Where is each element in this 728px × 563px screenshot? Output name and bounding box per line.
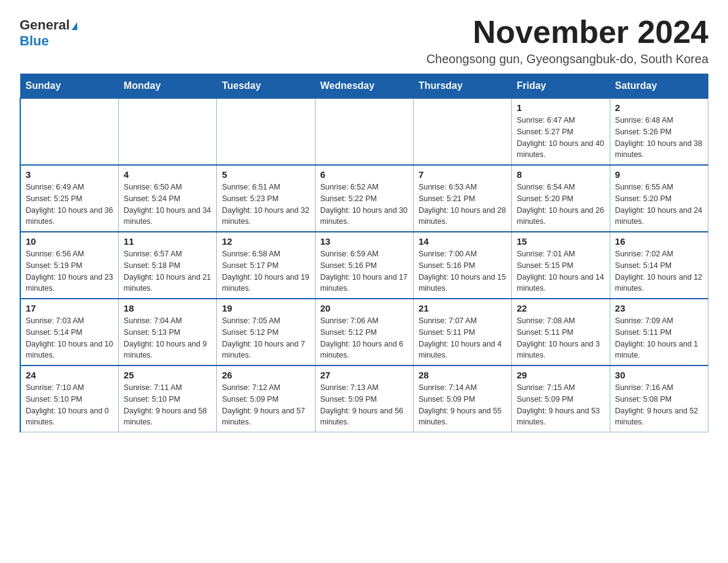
day-info: Sunrise: 7:09 AM Sunset: 5:11 PM Dayligh… — [615, 316, 699, 359]
day-info: Sunrise: 7:01 AM Sunset: 5:15 PM Dayligh… — [517, 250, 604, 293]
calendar-week-1: 1Sunrise: 6:47 AM Sunset: 5:27 PM Daylig… — [20, 98, 708, 165]
day-info: Sunrise: 6:52 AM Sunset: 5:22 PM Dayligh… — [320, 183, 408, 226]
day-info: Sunrise: 6:57 AM Sunset: 5:18 PM Dayligh… — [124, 250, 211, 293]
day-info: Sunrise: 6:59 AM Sunset: 5:16 PM Dayligh… — [320, 250, 408, 293]
calendar-cell: 4Sunrise: 6:50 AM Sunset: 5:24 PM Daylig… — [118, 165, 216, 232]
logo-general-text: General — [20, 17, 70, 33]
calendar-cell: 25Sunrise: 7:11 AM Sunset: 5:10 PM Dayli… — [118, 366, 216, 432]
day-number: 15 — [517, 236, 604, 247]
day-info: Sunrise: 7:12 AM Sunset: 5:09 PM Dayligh… — [222, 383, 305, 426]
calendar-cell: 20Sunrise: 7:06 AM Sunset: 5:12 PM Dayli… — [315, 299, 413, 366]
day-info: Sunrise: 7:16 AM Sunset: 5:08 PM Dayligh… — [615, 383, 699, 426]
day-number: 6 — [320, 169, 408, 180]
calendar-cell — [315, 98, 413, 165]
day-info: Sunrise: 6:58 AM Sunset: 5:17 PM Dayligh… — [222, 250, 309, 293]
day-number: 21 — [419, 303, 506, 313]
weekday-header-saturday: Saturday — [610, 74, 708, 99]
day-info: Sunrise: 7:03 AM Sunset: 5:14 PM Dayligh… — [26, 316, 113, 359]
calendar-cell: 16Sunrise: 7:02 AM Sunset: 5:14 PM Dayli… — [610, 232, 708, 299]
day-number: 13 — [320, 236, 408, 247]
day-number: 28 — [419, 370, 506, 380]
calendar-week-5: 24Sunrise: 7:10 AM Sunset: 5:10 PM Dayli… — [20, 366, 708, 432]
day-number: 11 — [124, 236, 211, 247]
day-number: 29 — [517, 370, 604, 380]
day-number: 9 — [615, 169, 703, 180]
calendar-cell: 7Sunrise: 6:53 AM Sunset: 5:21 PM Daylig… — [413, 165, 511, 232]
logo-blue-text: Blue — [20, 33, 49, 48]
calendar-cell — [413, 98, 511, 165]
calendar-cell — [20, 98, 118, 165]
calendar-cell: 5Sunrise: 6:51 AM Sunset: 5:23 PM Daylig… — [217, 165, 315, 232]
day-info: Sunrise: 7:11 AM Sunset: 5:10 PM Dayligh… — [124, 383, 207, 426]
calendar-subtitle: Cheongsong gun, Gyeongsangbuk-do, South … — [427, 52, 708, 66]
calendar-cell: 26Sunrise: 7:12 AM Sunset: 5:09 PM Dayli… — [217, 366, 315, 432]
day-info: Sunrise: 6:53 AM Sunset: 5:21 PM Dayligh… — [419, 183, 506, 226]
calendar-cell: 17Sunrise: 7:03 AM Sunset: 5:14 PM Dayli… — [20, 299, 118, 366]
day-number: 4 — [124, 169, 211, 180]
day-info: Sunrise: 7:13 AM Sunset: 5:09 PM Dayligh… — [320, 383, 404, 426]
day-number: 5 — [222, 169, 309, 180]
calendar-week-2: 3Sunrise: 6:49 AM Sunset: 5:25 PM Daylig… — [20, 165, 708, 232]
day-info: Sunrise: 6:55 AM Sunset: 5:20 PM Dayligh… — [615, 183, 702, 226]
calendar-cell: 18Sunrise: 7:04 AM Sunset: 5:13 PM Dayli… — [118, 299, 216, 366]
day-number: 12 — [222, 236, 309, 247]
day-number: 17 — [26, 303, 113, 313]
calendar-cell: 2Sunrise: 6:48 AM Sunset: 5:26 PM Daylig… — [610, 98, 708, 165]
logo-triangle-icon — [72, 22, 77, 30]
calendar-cell: 9Sunrise: 6:55 AM Sunset: 5:20 PM Daylig… — [610, 165, 708, 232]
calendar-cell: 10Sunrise: 6:56 AM Sunset: 5:19 PM Dayli… — [20, 232, 118, 299]
calendar-cell: 19Sunrise: 7:05 AM Sunset: 5:12 PM Dayli… — [217, 299, 315, 366]
day-number: 1 — [517, 102, 604, 113]
day-info: Sunrise: 7:06 AM Sunset: 5:12 PM Dayligh… — [320, 316, 404, 359]
day-number: 26 — [222, 370, 309, 380]
day-number: 7 — [419, 169, 506, 180]
day-info: Sunrise: 7:04 AM Sunset: 5:13 PM Dayligh… — [124, 316, 207, 359]
weekday-header-sunday: Sunday — [20, 74, 118, 99]
day-info: Sunrise: 6:54 AM Sunset: 5:20 PM Dayligh… — [517, 183, 604, 226]
day-number: 14 — [419, 236, 506, 247]
day-info: Sunrise: 7:00 AM Sunset: 5:16 PM Dayligh… — [419, 250, 506, 293]
weekday-header-thursday: Thursday — [413, 74, 511, 99]
calendar-cell: 8Sunrise: 6:54 AM Sunset: 5:20 PM Daylig… — [512, 165, 610, 232]
day-number: 24 — [26, 370, 113, 380]
calendar-week-4: 17Sunrise: 7:03 AM Sunset: 5:14 PM Dayli… — [20, 299, 708, 366]
day-number: 10 — [26, 236, 113, 247]
calendar-cell: 12Sunrise: 6:58 AM Sunset: 5:17 PM Dayli… — [217, 232, 315, 299]
day-number: 19 — [222, 303, 309, 313]
day-info: Sunrise: 7:08 AM Sunset: 5:11 PM Dayligh… — [517, 316, 600, 359]
day-number: 25 — [124, 370, 211, 380]
day-info: Sunrise: 7:15 AM Sunset: 5:09 PM Dayligh… — [517, 383, 600, 426]
calendar-body: 1Sunrise: 6:47 AM Sunset: 5:27 PM Daylig… — [20, 98, 708, 432]
day-info: Sunrise: 6:48 AM Sunset: 5:26 PM Dayligh… — [615, 116, 702, 159]
calendar-week-3: 10Sunrise: 6:56 AM Sunset: 5:19 PM Dayli… — [20, 232, 708, 299]
day-info: Sunrise: 6:50 AM Sunset: 5:24 PM Dayligh… — [124, 183, 211, 226]
day-number: 22 — [517, 303, 604, 313]
calendar-header: SundayMondayTuesdayWednesdayThursdayFrid… — [20, 74, 708, 99]
calendar-cell: 22Sunrise: 7:08 AM Sunset: 5:11 PM Dayli… — [512, 299, 610, 366]
calendar-cell: 30Sunrise: 7:16 AM Sunset: 5:08 PM Dayli… — [610, 366, 708, 432]
day-info: Sunrise: 7:07 AM Sunset: 5:11 PM Dayligh… — [419, 316, 502, 359]
calendar-cell: 24Sunrise: 7:10 AM Sunset: 5:10 PM Dayli… — [20, 366, 118, 432]
day-info: Sunrise: 7:10 AM Sunset: 5:10 PM Dayligh… — [26, 383, 109, 426]
calendar-cell: 13Sunrise: 6:59 AM Sunset: 5:16 PM Dayli… — [315, 232, 413, 299]
calendar-cell — [217, 98, 315, 165]
calendar-cell: 3Sunrise: 6:49 AM Sunset: 5:25 PM Daylig… — [20, 165, 118, 232]
day-number: 2 — [615, 102, 703, 113]
logo: General Blue — [20, 15, 77, 49]
weekday-header-wednesday: Wednesday — [315, 74, 413, 99]
day-info: Sunrise: 7:05 AM Sunset: 5:12 PM Dayligh… — [222, 316, 305, 359]
weekday-header-friday: Friday — [512, 74, 610, 99]
day-number: 16 — [615, 236, 703, 247]
calendar-cell: 27Sunrise: 7:13 AM Sunset: 5:09 PM Dayli… — [315, 366, 413, 432]
page-header: General Blue November 2024 Cheongsong gu… — [20, 15, 708, 66]
day-number: 3 — [26, 169, 113, 180]
title-block: November 2024 Cheongsong gun, Gyeongsang… — [427, 15, 708, 66]
calendar-cell: 1Sunrise: 6:47 AM Sunset: 5:27 PM Daylig… — [512, 98, 610, 165]
weekday-header-tuesday: Tuesday — [217, 74, 315, 99]
day-info: Sunrise: 6:47 AM Sunset: 5:27 PM Dayligh… — [517, 116, 604, 159]
calendar-table: SundayMondayTuesdayWednesdayThursdayFrid… — [20, 74, 708, 432]
day-info: Sunrise: 6:56 AM Sunset: 5:19 PM Dayligh… — [26, 250, 113, 293]
calendar-cell: 28Sunrise: 7:14 AM Sunset: 5:09 PM Dayli… — [413, 366, 511, 432]
calendar-cell — [118, 98, 216, 165]
day-number: 18 — [124, 303, 211, 313]
